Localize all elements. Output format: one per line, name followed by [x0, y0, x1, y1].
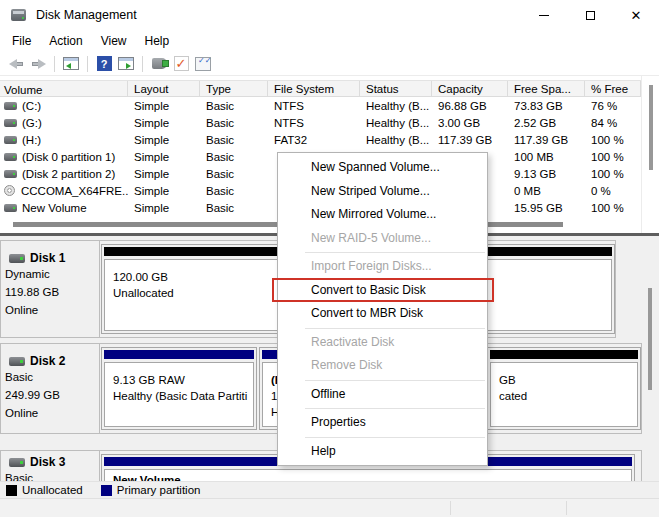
disk-kind: Dynamic: [5, 265, 95, 283]
task-list-button[interactable]: ✓✓: [193, 55, 213, 72]
layout-cell: Simple: [128, 134, 200, 146]
pct-free-cell: 100 %: [585, 202, 641, 214]
legend-label: Primary partition: [117, 484, 201, 496]
menu-item-new-mirrored-volume[interactable]: New Mirrored Volume...: [278, 203, 487, 227]
action-pane-icon: [118, 57, 134, 70]
volume-name: (Disk 0 partition 1): [22, 151, 115, 163]
disk-size: 249.99 GB: [5, 386, 95, 404]
column-header-status[interactable]: Status: [360, 81, 432, 96]
window-title: Disk Management: [36, 8, 137, 22]
menu-file[interactable]: File: [3, 31, 40, 51]
free-cell: 73.83 GB: [508, 100, 585, 112]
status-bar: [0, 498, 659, 517]
menu-item-properties[interactable]: Properties: [278, 411, 487, 435]
column-header-capacity[interactable]: Capacity: [432, 81, 508, 96]
disk-management-window: Disk Management ✕ File Action View Help …: [0, 0, 659, 517]
help-button[interactable]: ?: [94, 55, 114, 72]
status-cell: Healthy (B...: [360, 100, 432, 112]
volume-name: CCCOMA_X64FRE...: [21, 185, 128, 197]
app-icon: [11, 9, 26, 21]
maximize-button[interactable]: [567, 0, 613, 30]
help-icon: ?: [97, 56, 112, 71]
title-bar: Disk Management ✕: [0, 0, 659, 30]
back-arrow-icon: [9, 59, 24, 69]
forward-button[interactable]: [28, 55, 48, 72]
statusbar-divider: [566, 501, 567, 515]
partition-size: GB: [499, 372, 637, 388]
table-row[interactable]: (H:) Simple Basic FAT32 Healthy (B... 11…: [0, 131, 641, 148]
menu-help[interactable]: Help: [136, 31, 179, 51]
disk-status: Online: [5, 404, 95, 422]
layout-cell: Simple: [128, 117, 200, 129]
pct-free-cell: 100 %: [585, 134, 641, 146]
primary-partition-swatch: [101, 485, 112, 496]
column-header-volume[interactable]: Volume: [0, 81, 128, 96]
menu-item-help[interactable]: Help: [278, 440, 487, 464]
toolbar-separator: [87, 56, 88, 72]
pct-free-cell: 76 %: [585, 100, 641, 112]
layout-cell: Simple: [128, 151, 200, 163]
menu-item-offline[interactable]: Offline: [278, 383, 487, 407]
type-cell: Basic: [200, 151, 268, 163]
menu-item-import-foreign-disks: Import Foreign Disks...: [278, 255, 487, 279]
menu-action[interactable]: Action: [40, 31, 91, 51]
volume-table-header: Volume Layout Type File System Status Ca…: [0, 80, 641, 97]
console-tree-icon: [63, 57, 79, 70]
menu-separator: [305, 437, 485, 438]
forward-arrow-icon: [31, 59, 46, 69]
menu-item-new-spanned-volume[interactable]: New Spanned Volume...: [278, 156, 487, 180]
back-button[interactable]: [6, 55, 26, 72]
vertical-scrollbar-thumb[interactable]: [648, 288, 652, 390]
type-cell: Basic: [200, 134, 268, 146]
free-cell: 100 MB: [508, 151, 585, 163]
table-row[interactable]: (C:) Simple Basic NTFS Healthy (B... 96.…: [0, 97, 641, 114]
disk-name: Disk 3: [30, 455, 65, 469]
menu-view[interactable]: View: [92, 31, 136, 51]
partition-primary[interactable]: 9.13 GB RAW Healthy (Basic Data Partiti: [101, 347, 257, 430]
column-header-type[interactable]: Type: [200, 81, 268, 96]
column-header-pct-free[interactable]: % Free: [585, 81, 641, 96]
close-button[interactable]: ✕: [613, 0, 659, 30]
table-row[interactable]: (G:) Simple Basic NTFS Healthy (B... 3.0…: [0, 114, 641, 131]
partition-status: cated: [499, 388, 637, 404]
column-header-layout[interactable]: Layout: [128, 81, 200, 96]
drive-icon: [4, 153, 17, 161]
menu-item-convert-to-basic-disk[interactable]: Convert to Basic Disk: [278, 279, 487, 303]
disk-size: 119.88 GB: [5, 283, 95, 301]
legend-label: Unallocated: [22, 484, 83, 496]
minimize-button[interactable]: [521, 0, 567, 30]
type-cell: Basic: [200, 117, 268, 129]
volume-name: New Volume: [22, 202, 87, 214]
toolbar: ? ✓ ✓✓: [0, 52, 659, 76]
capacity-cell: 96.88 GB: [432, 100, 508, 112]
menu-item-new-striped-volume[interactable]: New Striped Volume...: [278, 180, 487, 204]
type-cell: Basic: [200, 168, 268, 180]
menu-item-new-raid5-volume: New RAID-5 Volume...: [278, 227, 487, 251]
free-cell: 117.39 GB: [508, 134, 585, 146]
vertical-scrollbar[interactable]: [641, 76, 659, 233]
partition-status: Healthy (Basic Data Partiti: [113, 388, 253, 404]
show-console-tree-button[interactable]: [61, 55, 81, 72]
menu-bar: File Action View Help: [0, 30, 659, 52]
disk-2-label[interactable]: Disk 2 Basic 249.99 GB Online: [1, 344, 100, 433]
drive-icon: [4, 119, 17, 127]
show-action-pane-button[interactable]: [116, 55, 136, 72]
check-disk-button[interactable]: ✓: [171, 55, 191, 72]
menu-separator: [305, 252, 485, 253]
disk-1-label[interactable]: Disk 1 Dynamic 119.88 GB Online: [1, 241, 100, 337]
toolbar-separator: [54, 56, 55, 72]
statusbar-divider: [450, 501, 451, 515]
menu-item-convert-to-mbr-disk[interactable]: Convert to MBR Disk: [278, 302, 487, 326]
drive-icon: [4, 204, 17, 212]
scrollbar-thumb[interactable]: [649, 85, 653, 170]
unallocated-bar: [490, 350, 638, 359]
drive-icon: [4, 136, 17, 144]
column-header-file-system[interactable]: File System: [268, 81, 360, 96]
column-header-free-space[interactable]: Free Spa...: [508, 81, 585, 96]
drive-icon: [4, 170, 17, 178]
disk-tool-button[interactable]: [149, 55, 169, 72]
layout-cell: Simple: [128, 100, 200, 112]
pct-free-cell: 100 %: [585, 151, 641, 163]
layout-cell: Simple: [128, 185, 200, 197]
partition-unallocated[interactable]: GB cated: [487, 347, 641, 430]
